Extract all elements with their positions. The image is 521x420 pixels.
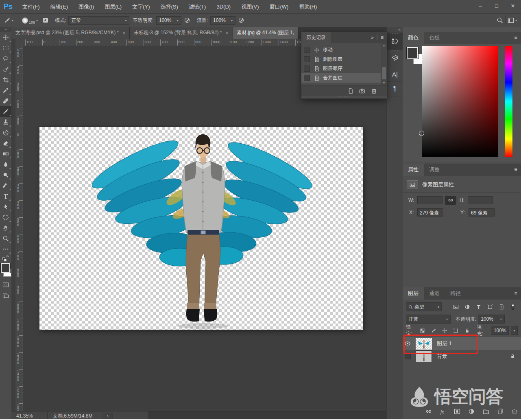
lock-all-icon[interactable] [462, 326, 471, 335]
delete-layer-icon[interactable] [511, 408, 518, 415]
quick-selection-tool[interactable] [0, 64, 11, 74]
filter-type-layers-icon[interactable]: T [474, 303, 484, 311]
eyedropper-tool[interactable] [0, 85, 11, 96]
pen-tool[interactable] [0, 180, 11, 191]
collapse-dock-icon[interactable]: « [398, 27, 401, 32]
crop-tool[interactable] [0, 74, 11, 85]
layer-visibility-eye-icon[interactable] [403, 340, 412, 347]
properties-tab[interactable]: 调整 [424, 164, 445, 176]
lock-transparency-icon[interactable] [418, 326, 427, 335]
new-snapshot-icon[interactable] [359, 88, 365, 94]
color-picker-ring[interactable] [419, 131, 424, 136]
document-tab[interactable]: 文字海报.psd @ 23% (图层 5, RGB/8#/CMYK) *× [11, 27, 130, 39]
layer-mask-icon[interactable] [454, 408, 460, 415]
panel-menu-icon[interactable]: ≡ [514, 32, 521, 44]
collapse-tools-button[interactable]: » [0, 27, 11, 32]
clone-source-panel-icon[interactable] [387, 50, 403, 67]
document-tab[interactable]: 素材.jpg @ 41.4% (图层 1, [233, 27, 299, 39]
hand-tool[interactable] [0, 223, 11, 233]
menu-item[interactable]: 视图(V) [236, 0, 264, 13]
filter-pixel-layers-icon[interactable] [451, 303, 461, 311]
x-field[interactable]: 279 像素 [417, 208, 443, 217]
blend-mode-select[interactable]: 正常 ▾ [68, 16, 129, 25]
layers-tab[interactable]: 图层 [403, 287, 424, 300]
layer-thumbnail[interactable] [416, 350, 432, 362]
pressure-opacity-icon[interactable] [184, 17, 191, 24]
close-tab-icon[interactable]: × [226, 30, 229, 36]
path-selection-tool[interactable] [0, 201, 11, 212]
history-state-row[interactable]: 移动 [301, 45, 381, 55]
layer-fill-value[interactable]: 100% [491, 326, 509, 335]
saturation-brightness-field[interactable] [422, 46, 498, 157]
history-state-row[interactable]: 合并图层 [301, 73, 381, 83]
properties-tab[interactable]: 属性 [403, 164, 424, 176]
adjustment-layer-icon[interactable] [468, 408, 475, 415]
zoom-tool[interactable] [0, 233, 11, 244]
menu-item[interactable]: 文字(Y) [127, 0, 155, 13]
healing-brush-tool[interactable] [0, 96, 11, 106]
layer-blend-mode-select[interactable]: 正常 ▾ [406, 315, 451, 324]
menu-item[interactable]: 图层(L) [99, 0, 127, 13]
history-source-checkbox[interactable] [304, 56, 310, 62]
menu-item[interactable]: 3D(D) [211, 0, 236, 13]
color-tab[interactable]: 色板 [424, 32, 445, 44]
foreground-color-swatch[interactable] [407, 47, 418, 59]
foreground-color-swatch[interactable] [1, 263, 10, 273]
marquee-tool[interactable] [0, 43, 11, 53]
panel-menu-icon[interactable]: ≡ [381, 35, 384, 40]
y-field[interactable]: 69 像素 [469, 208, 495, 217]
menu-item[interactable]: 滤镜(T) [183, 0, 211, 13]
filter-adjustment-layers-icon[interactable] [462, 303, 472, 311]
menu-item[interactable]: 窗口(W) [264, 0, 294, 13]
scroll-down-icon[interactable]: ▼ [381, 81, 387, 85]
hue-slider[interactable] [505, 46, 512, 157]
history-brush-tool[interactable] [0, 127, 11, 138]
delete-state-icon[interactable] [371, 88, 377, 94]
search-icon[interactable] [497, 17, 503, 24]
layer-opacity-value[interactable]: 100% [478, 315, 497, 324]
lock-pixels-icon[interactable] [429, 326, 438, 335]
canvas[interactable] [39, 127, 363, 330]
move-tool[interactable] [0, 32, 11, 43]
menu-item[interactable]: 编辑(E) [45, 0, 73, 13]
character-panel-icon[interactable]: A| [387, 67, 403, 82]
close-button[interactable]: ✕ [505, 0, 521, 13]
document-tab[interactable]: 未标题-3 @ 152% (背景 拷贝, RGB/8#) *× [130, 27, 233, 39]
panel-menu-icon[interactable]: ≡ [514, 287, 521, 300]
new-layer-icon[interactable] [497, 408, 504, 415]
layers-tab[interactable]: 通道 [424, 287, 445, 300]
screen-mode-button[interactable] [0, 290, 11, 301]
menu-item[interactable]: 文件(F) [17, 0, 45, 13]
clone-stamp-tool[interactable] [0, 117, 11, 127]
layers-tab[interactable]: 路径 [445, 287, 466, 300]
color-tab[interactable]: 颜色 [403, 32, 424, 44]
layer-visibility-toggle[interactable] [403, 353, 412, 359]
filter-smart-objects-icon[interactable] [497, 303, 506, 311]
lock-position-icon[interactable] [440, 326, 449, 335]
custom-shape-tool[interactable] [0, 212, 11, 223]
chevron-down-icon[interactable]: ▾ [511, 326, 518, 335]
menu-item[interactable]: 图像(I) [73, 0, 99, 13]
link-dimensions-icon[interactable] [445, 196, 456, 205]
airbrush-icon[interactable] [238, 17, 245, 24]
history-source-checkbox[interactable] [304, 47, 310, 53]
layer-row-background[interactable]: 背景 [403, 350, 521, 362]
layer-thumbnail[interactable] [416, 338, 432, 350]
layer-filter-toggle-pin[interactable] [508, 303, 518, 311]
lock-artboard-icon[interactable] [451, 326, 460, 335]
collapse-panel-icon[interactable]: » [371, 35, 374, 40]
brush-tool[interactable] [0, 106, 11, 117]
lasso-tool[interactable] [0, 53, 11, 64]
history-state-row[interactable]: 删除图层 [301, 55, 381, 64]
type-tool[interactable] [0, 191, 11, 201]
panel-menu-icon[interactable]: ≡ [514, 164, 521, 176]
brush-preset-picker[interactable]: 106 ▾ [20, 17, 39, 24]
layer-style-fx-icon[interactable]: fx [440, 408, 446, 415]
menu-item[interactable]: 选择(S) [155, 0, 183, 13]
more-tools[interactable] [0, 244, 11, 254]
height-field[interactable] [468, 196, 493, 204]
history-source-checkbox[interactable] [304, 66, 310, 72]
toggle-brush-panel-icon[interactable] [42, 17, 49, 24]
layer-name[interactable]: 图层 1 [437, 340, 452, 347]
scroll-up-icon[interactable]: ▲ [381, 44, 387, 47]
